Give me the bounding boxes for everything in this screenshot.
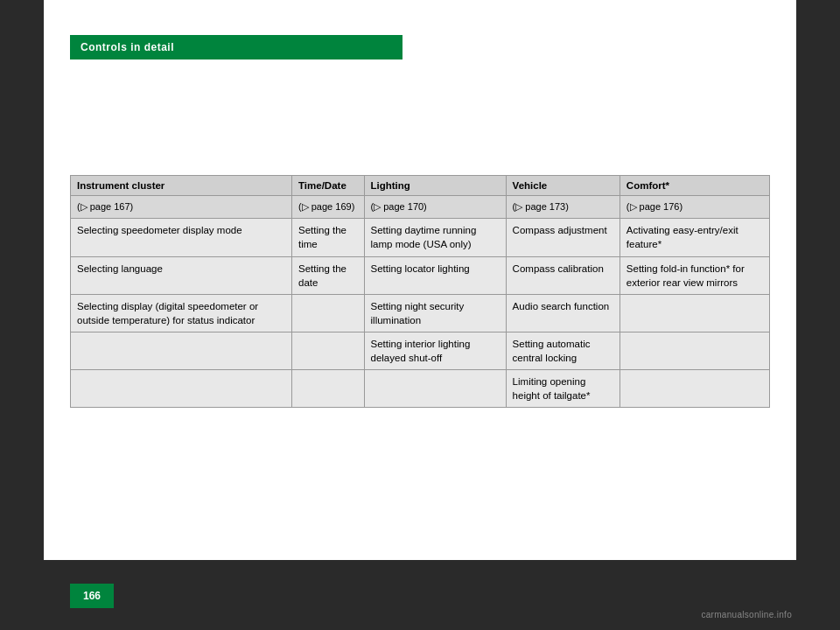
col-header-vehicle: Vehicle: [506, 176, 620, 196]
table-row: Selecting language Setting the date Sett…: [71, 256, 770, 294]
cell-comfort-4: [620, 332, 769, 369]
cell-instrument-5: [71, 370, 292, 408]
cell-instrument-3: Selecting display (digital speedometer o…: [71, 294, 292, 332]
cell-lighting-4: Setting interior lighting delayed shut-o…: [364, 332, 506, 369]
page-ref-timedate: (▷ page 169): [292, 196, 364, 219]
cell-lighting-2: Setting locator lighting: [364, 256, 506, 294]
cell-vehicle-2: Compass calibration: [506, 256, 620, 294]
cell-timedate-5: [292, 370, 364, 408]
cell-instrument-1: Selecting speedometer display mode: [71, 219, 292, 256]
header-title: Controls in detail: [80, 41, 174, 53]
col-header-timedate: Time/Date: [292, 176, 364, 196]
col-header-instrument: Instrument cluster: [71, 176, 292, 196]
cell-comfort-5: [620, 370, 769, 408]
cell-timedate-4: [292, 332, 364, 369]
cell-timedate-2: Setting the date: [292, 256, 364, 294]
table-row: Selecting display (digital speedometer o…: [71, 294, 770, 332]
cell-vehicle-4: Setting automatic central locking: [506, 332, 620, 369]
cell-comfort-1: Activating easy-entry/exit feature*: [620, 219, 769, 256]
cell-instrument-2: Selecting language: [71, 256, 292, 294]
header-bar: Controls in detail: [70, 35, 402, 60]
cell-timedate-1: Setting the time: [292, 219, 364, 256]
cell-instrument-4: [71, 332, 292, 369]
page-ref-vehicle: (▷ page 173): [506, 196, 620, 219]
cell-vehicle-1: Compass adjustment: [506, 219, 620, 256]
table-row: Selecting speedometer display mode Setti…: [71, 219, 770, 256]
table-row: Setting interior lighting delayed shut-o…: [71, 332, 770, 369]
cell-vehicle-3: Audio search function: [506, 294, 620, 332]
table-container: Instrument cluster Time/Date Lighting Ve…: [70, 175, 770, 408]
cell-lighting-5: [364, 370, 506, 408]
cell-timedate-3: [292, 294, 364, 332]
cell-lighting-1: Setting daytime running lamp mode (USA o…: [364, 219, 506, 256]
cell-lighting-3: Setting night security illumination: [364, 294, 506, 332]
cell-vehicle-5: Limiting opening height of tailgate*: [506, 370, 620, 408]
page-ref-lighting: (▷ page 170): [364, 196, 506, 219]
cell-comfort-3: [620, 294, 769, 332]
page-number: 166: [83, 590, 101, 602]
cell-comfort-2: Setting fold-in function* for exterior r…: [620, 256, 769, 294]
controls-table: Instrument cluster Time/Date Lighting Ve…: [70, 175, 770, 408]
page-ref-row: (▷ page 167) (▷ page 169) (▷ page 170) (…: [71, 196, 770, 219]
table-row: Limiting opening height of tailgate*: [71, 370, 770, 408]
col-header-lighting: Lighting: [364, 176, 506, 196]
col-header-comfort: Comfort*: [620, 176, 769, 196]
page-number-badge: 166: [70, 584, 114, 608]
page-ref-comfort: (▷ page 176): [620, 196, 769, 219]
page-ref-instrument: (▷ page 167): [71, 196, 292, 219]
watermark: carmanualsonline.info: [701, 610, 792, 620]
